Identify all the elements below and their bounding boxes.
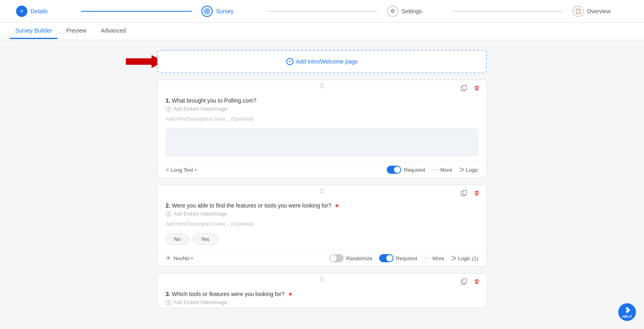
sub-nav: Survey Builder Preview Advanced bbox=[0, 23, 644, 40]
svg-rect-4 bbox=[463, 85, 467, 90]
no-btn[interactable]: No bbox=[166, 233, 189, 245]
intro-banner[interactable]: + Add Intro/Welcome page bbox=[157, 50, 487, 73]
embed-row-3[interactable]: Add Embed Video/Image bbox=[166, 297, 478, 308]
svg-rect-14 bbox=[463, 279, 467, 283]
more-dots-1: ··· bbox=[431, 166, 439, 173]
duplicate-btn-3[interactable] bbox=[459, 278, 469, 287]
long-text-area-1 bbox=[166, 128, 478, 156]
main-content: + Add Intro/Welcome page ⠿ 1. What broug… bbox=[141, 40, 503, 324]
duplicate-btn-2[interactable] bbox=[459, 189, 469, 199]
help-button[interactable]: HELP bbox=[618, 303, 636, 321]
randomize-toggle[interactable]: Randomize bbox=[329, 254, 373, 262]
card-footer-1: ≡ Long Text ▾ Required ··· More bbox=[158, 161, 486, 178]
embed-label-2: Add Embed Video/Image bbox=[174, 211, 227, 217]
required-toggle-knob-2[interactable] bbox=[379, 254, 394, 262]
footer-right-2: Randomize Required ··· More Logic (1) bbox=[329, 254, 478, 262]
drag-handle-1[interactable]: ⠿ bbox=[158, 80, 486, 93]
nav-divider-1 bbox=[81, 11, 192, 12]
intro-banner-wrapper: + Add Intro/Welcome page bbox=[157, 50, 487, 73]
delete-btn-3[interactable] bbox=[472, 278, 482, 287]
required-toggle-2[interactable]: Required bbox=[379, 254, 417, 262]
type-selector-2[interactable]: 👁 Yes/No ▾ bbox=[166, 255, 193, 261]
svg-point-16 bbox=[168, 301, 169, 302]
more-btn-1[interactable]: ··· More bbox=[431, 166, 452, 173]
drag-handle-2[interactable]: ⠿ bbox=[158, 185, 486, 197]
nav-step-settings[interactable]: ⚙ Settings bbox=[381, 6, 449, 17]
toggle-knob-2 bbox=[386, 255, 393, 261]
type-selector-1[interactable]: ≡ Long Text ▾ bbox=[166, 167, 197, 173]
required-toggle-1[interactable]: Required bbox=[387, 166, 425, 174]
nav-step-details[interactable]: ≡ Details bbox=[10, 6, 78, 17]
q3-text: Which tools or features were you looking… bbox=[172, 291, 285, 297]
nav-step-survey[interactable]: Survey bbox=[195, 6, 263, 17]
card-actions-3 bbox=[459, 278, 482, 287]
overview-icon: 📋 bbox=[572, 6, 584, 17]
q2-number: 2. bbox=[166, 202, 170, 209]
card-body-2: 2. Were you able to find the features or… bbox=[158, 197, 486, 250]
q3-number: 3. bbox=[166, 291, 170, 297]
required-label-1: Required bbox=[404, 167, 425, 173]
svg-point-1 bbox=[206, 10, 208, 12]
tab-advanced[interactable]: Advanced bbox=[95, 23, 131, 39]
svg-point-6 bbox=[168, 108, 169, 109]
svg-point-11 bbox=[168, 213, 169, 214]
delete-btn-2[interactable] bbox=[472, 189, 482, 199]
svg-rect-7 bbox=[168, 109, 169, 111]
question-card-3: ⠿ 3. Which tools or features were you lo… bbox=[157, 273, 487, 308]
hint-input-2[interactable]: Add Hint/Description here... (Optional) bbox=[166, 219, 478, 230]
toggle-knob-randomize bbox=[330, 255, 336, 261]
embed-label-3: Add Embed Video/Image bbox=[174, 300, 227, 305]
type-label-1: Long Text bbox=[170, 167, 193, 173]
add-intro-btn[interactable]: + Add Intro/Welcome page bbox=[286, 58, 358, 65]
survey-label: Survey bbox=[216, 8, 234, 14]
logic-label-2: Logic (1) bbox=[458, 255, 478, 261]
svg-point-0 bbox=[205, 9, 209, 14]
settings-label: Settings bbox=[402, 8, 422, 14]
tab-preview[interactable]: Preview bbox=[61, 23, 92, 39]
hint-input-1[interactable]: Add Hint/Description here... (Optional) bbox=[166, 114, 478, 125]
more-btn-2[interactable]: ··· More bbox=[423, 255, 444, 262]
logic-label-1: Logic bbox=[466, 167, 478, 173]
svg-rect-9 bbox=[463, 190, 467, 195]
duplicate-btn-1[interactable] bbox=[459, 84, 469, 94]
details-label: Details bbox=[31, 8, 48, 14]
card-body-1: 1. What brought you to Polling.com? Add … bbox=[158, 93, 486, 156]
svg-rect-17 bbox=[168, 303, 169, 304]
yes-btn[interactable]: Yes bbox=[193, 233, 218, 245]
required-label-2: Required bbox=[396, 255, 417, 261]
help-label: HELP bbox=[622, 315, 632, 319]
add-intro-label: Add Intro/Welcome page bbox=[296, 58, 358, 65]
settings-icon: ⚙ bbox=[387, 6, 398, 17]
tab-builder[interactable]: Survey Builder bbox=[10, 23, 57, 39]
nav-divider-3 bbox=[452, 11, 563, 12]
embed-row-1[interactable]: Add Embed Video/Image bbox=[166, 104, 478, 114]
footer-right-1: Required ··· More Logic bbox=[387, 166, 478, 174]
drag-dots-2: ⠿ bbox=[320, 188, 325, 195]
question-card-2: ⠿ 2. Were you able to find the features … bbox=[157, 185, 487, 267]
embed-label-1: Add Embed Video/Image bbox=[174, 106, 227, 112]
dropdown-arrow-1: ▾ bbox=[195, 168, 197, 172]
card-footer-2: 👁 Yes/No ▾ Randomize Required bbox=[158, 250, 486, 266]
randomize-toggle-knob[interactable] bbox=[329, 254, 344, 262]
drag-handle-3[interactable]: ⠿ bbox=[158, 273, 486, 286]
survey-icon bbox=[201, 6, 213, 17]
drag-dots-1: ⠿ bbox=[320, 83, 325, 90]
drag-dots-3: ⠿ bbox=[320, 276, 325, 283]
embed-row-2[interactable]: Add Embed Video/Image bbox=[166, 209, 478, 219]
nav-step-overview[interactable]: 📋 Overview bbox=[566, 6, 634, 17]
svg-rect-12 bbox=[168, 214, 169, 216]
more-dots-2: ··· bbox=[423, 255, 431, 262]
delete-btn-1[interactable] bbox=[472, 84, 482, 94]
required-toggle-knob-1[interactable] bbox=[387, 166, 401, 174]
svg-point-5 bbox=[166, 107, 171, 111]
dropdown-arrow-2: ▾ bbox=[191, 256, 193, 261]
q3-required-star: ★ bbox=[288, 291, 293, 297]
more-label-2: More bbox=[433, 255, 445, 261]
svg-point-10 bbox=[166, 212, 171, 216]
q2-text: Were you able to find the features or to… bbox=[172, 202, 332, 209]
card-actions-1 bbox=[459, 84, 482, 94]
type-label-2: Yes/No bbox=[173, 255, 189, 261]
footer-left-2: 👁 Yes/No ▾ bbox=[166, 255, 193, 261]
logic-btn-2[interactable]: Logic (1) bbox=[451, 255, 478, 261]
logic-btn-1[interactable]: Logic bbox=[459, 167, 478, 173]
